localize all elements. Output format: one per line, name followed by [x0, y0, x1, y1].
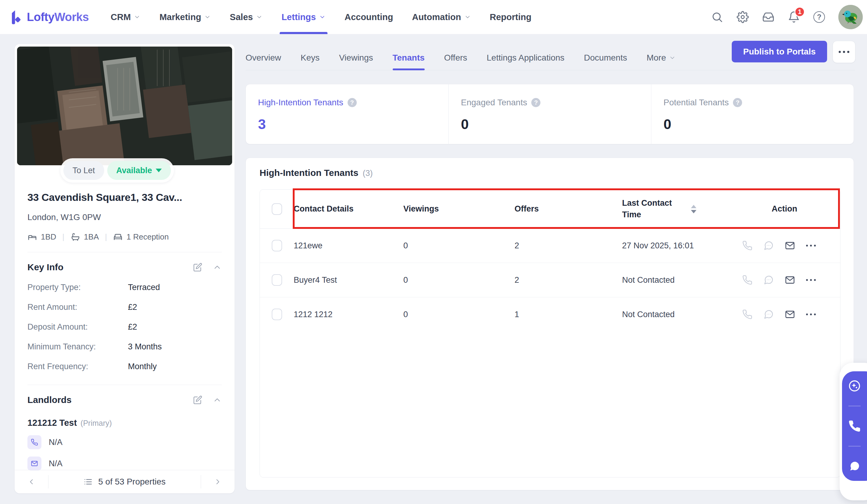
chat-icon[interactable]	[763, 275, 774, 285]
notification-badge: 1	[794, 7, 805, 17]
more-icon	[839, 51, 841, 53]
tab-keys[interactable]: Keys	[301, 46, 320, 70]
tab-documents[interactable]: Documents	[584, 46, 627, 70]
landlords-heading: Landlords	[28, 395, 72, 405]
column-action: Action	[741, 204, 828, 213]
phone-icon[interactable]	[842, 419, 867, 433]
high-intention-tenants-card: High-Intention Tenants(3) Contact Detail…	[246, 158, 854, 490]
logo-text: LoftyWorks	[27, 11, 89, 24]
tab-more[interactable]: More	[646, 46, 676, 70]
publish-to-portals-button[interactable]: Publish to Portals	[732, 41, 827, 62]
property-list-button[interactable]: 5 of 53 Properties	[49, 477, 201, 487]
chat-icon[interactable]	[763, 309, 774, 320]
column-viewings[interactable]: Viewings	[403, 204, 515, 213]
menu-sales[interactable]: Sales	[230, 0, 263, 34]
edit-icon[interactable]	[193, 395, 202, 405]
chevron-up-icon[interactable]	[213, 263, 222, 272]
menu-accounting[interactable]: Accounting	[344, 0, 393, 34]
mail-icon[interactable]	[785, 275, 795, 285]
feature-bathrooms: 1BA	[71, 232, 99, 242]
search-icon[interactable]	[711, 11, 723, 23]
chevron-up-icon[interactable]	[213, 395, 222, 405]
table-header-row: Contact Details Viewings Offers Last Con…	[260, 190, 840, 229]
tenant-name[interactable]: 121ewe	[294, 241, 403, 251]
more-icon[interactable]	[806, 279, 816, 281]
key-info-row: Minimum Tenancy:3 Months	[28, 342, 222, 351]
gear-icon[interactable]	[737, 11, 749, 23]
more-icon[interactable]	[806, 245, 816, 246]
stat-value: 0	[664, 116, 854, 132]
feature-reception: 1 Reception	[113, 232, 169, 242]
tenant-name[interactable]: 1212 1212	[294, 310, 403, 319]
chat-icon[interactable]	[842, 460, 867, 473]
help-icon[interactable]: ?	[813, 11, 825, 23]
column-contact-details[interactable]: Contact Details	[294, 204, 403, 213]
bed-icon	[28, 232, 37, 242]
phone-icon[interactable]	[742, 309, 752, 320]
phone-icon[interactable]	[28, 435, 41, 449]
property-pagination: 5 of 53 Properties	[15, 470, 235, 493]
column-offers[interactable]: Offers	[515, 204, 622, 213]
column-last-contact-time[interactable]: Last Contact Time	[622, 198, 741, 221]
select-all-checkbox[interactable]	[272, 203, 282, 215]
avatar[interactable]	[838, 5, 863, 29]
menu-marketing[interactable]: Marketing	[159, 0, 211, 34]
chevron-down-icon	[134, 14, 140, 20]
menu-reporting[interactable]: Reporting	[490, 0, 532, 34]
loftyworks-logo[interactable]: LoftyWorks	[9, 9, 89, 25]
row-checkbox[interactable]	[272, 240, 282, 251]
mail-icon[interactable]	[785, 309, 795, 320]
inbox-icon[interactable]	[762, 11, 774, 23]
landlord-email: N/A	[28, 457, 222, 471]
stat-value: 3	[258, 116, 448, 132]
tab-tenants[interactable]: Tenants	[393, 46, 425, 70]
table-title: High-Intention Tenants(3)	[259, 168, 373, 178]
menu-crm[interactable]: CRM	[110, 0, 140, 34]
tab-viewings[interactable]: Viewings	[339, 46, 373, 70]
help-icon[interactable]: ?	[531, 98, 540, 107]
tenants-table: Contact Details Viewings Offers Last Con…	[259, 189, 841, 478]
divider: |	[105, 232, 107, 242]
stat-high-intention: High-Intention Tenants? 3	[246, 84, 448, 144]
sofa-icon	[113, 232, 123, 242]
mail-icon[interactable]	[28, 457, 41, 471]
tenant-name[interactable]: Buyer4 Test	[294, 275, 403, 285]
prev-property-button[interactable]	[15, 478, 48, 486]
key-info-row: Property Type:Terraced	[28, 283, 222, 292]
table-row[interactable]: 121ewe 0 2 27 Nov 2025, 16:01	[260, 229, 840, 263]
stat-value: 0	[461, 116, 651, 132]
divider	[848, 406, 860, 406]
next-property-button[interactable]	[201, 478, 235, 486]
tab-lettings-applications[interactable]: Lettings Applications	[487, 46, 565, 70]
edit-icon[interactable]	[193, 263, 202, 272]
table-row[interactable]: Buyer4 Test 0 2 Not Contacted	[260, 263, 840, 297]
main-menu: CRM Marketing Sales Lettings Accounting …	[110, 0, 531, 34]
row-checkbox[interactable]	[272, 309, 282, 320]
key-info-row: Rent Amount:£2	[28, 303, 222, 312]
phone-icon[interactable]	[742, 240, 752, 251]
loftyworks-logo-icon	[9, 9, 23, 25]
property-sidebar-card: To Let Available 33 Cavendish Square1, 3…	[15, 44, 235, 493]
help-icon[interactable]: ?	[733, 98, 742, 107]
tab-offers[interactable]: Offers	[444, 46, 467, 70]
menu-automation[interactable]: Automation	[412, 0, 471, 34]
feature-bedrooms: 1BD	[28, 232, 56, 242]
chevron-down-icon	[669, 54, 676, 61]
row-checkbox[interactable]	[272, 274, 282, 286]
mail-icon[interactable]	[785, 240, 795, 251]
chevron-down-icon	[319, 14, 326, 20]
nav-utilities: 1 ?	[711, 5, 863, 29]
sparkle-icon[interactable]	[842, 379, 867, 393]
property-title: 33 Cavendish Square1, 33 Cav...	[28, 191, 222, 203]
help-icon[interactable]: ?	[347, 98, 357, 107]
more-icon[interactable]	[806, 314, 816, 315]
divider	[28, 252, 222, 252]
more-actions-button[interactable]	[833, 41, 855, 63]
sort-icon[interactable]	[691, 205, 696, 213]
chat-icon[interactable]	[763, 240, 774, 251]
phone-icon[interactable]	[742, 275, 752, 285]
tab-overview[interactable]: Overview	[246, 46, 281, 70]
menu-lettings[interactable]: Lettings	[281, 0, 326, 34]
bell-icon[interactable]: 1	[788, 11, 800, 23]
table-row[interactable]: 1212 1212 0 1 Not Contacted	[260, 297, 840, 331]
